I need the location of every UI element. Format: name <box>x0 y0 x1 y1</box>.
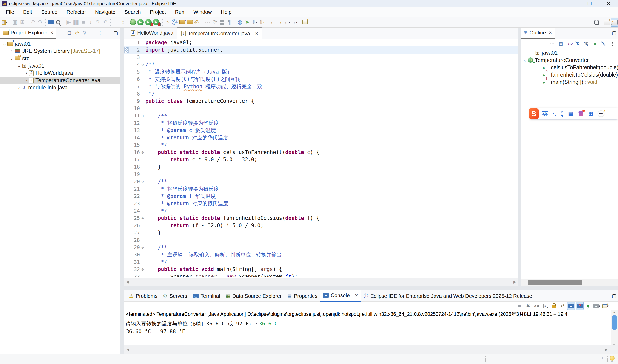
chevron-right-icon[interactable]: › <box>24 71 29 75</box>
import-icon[interactable] <box>179 18 186 27</box>
dropdown-arrow-icon[interactable]: ▾ <box>168 20 170 24</box>
minimize-icon[interactable]: ─ <box>603 28 610 38</box>
save-all-icon[interactable]: ⊞ <box>19 18 26 27</box>
fold-collapse-icon[interactable]: ⊖ <box>140 62 145 67</box>
code-line-12[interactable]: 12 * 将摄氏度转换为华氏度 <box>124 119 518 127</box>
outline-tab[interactable]: ⊞ Outline × <box>521 27 555 39</box>
code-line-22[interactable]: 22 * @param f 华氏温度 <box>124 193 518 200</box>
notifications-icon[interactable] <box>610 356 615 361</box>
collapse-all-icon[interactable]: ⊟ <box>65 28 73 38</box>
tree-item-src[interactable]: ⌄src <box>0 55 120 62</box>
debug-icon[interactable]: ▾ <box>130 18 137 27</box>
collaboration-icon[interactable]: ⋯ <box>548 39 556 48</box>
collapse-all-icon[interactable]: ⊟ <box>556 39 565 48</box>
code-line-25[interactable]: 25⊖ public static double fahrenheitToCel… <box>124 214 518 222</box>
menu-help[interactable]: Help <box>216 7 236 17</box>
scroll-up-icon[interactable]: ▲ <box>613 310 616 314</box>
tree-item-jre-system-library[interactable]: ›JRE System Library[JavaSE-17] <box>0 47 120 55</box>
ime-language-icon[interactable]: 英 <box>542 110 548 117</box>
tab-terminal[interactable]: ›_Terminal <box>190 290 223 302</box>
code-line-9[interactable]: 9public class TemperatureConverter { <box>124 97 518 105</box>
tree-item-helloworld-java[interactable]: ›JHelloWorld.java <box>0 69 120 77</box>
outline-item-fahrenheittocelsius-double-[interactable]: ●SfahrenheitToCelsius(double) <box>521 71 618 78</box>
code-line-4[interactable]: 4⊖/** <box>124 61 518 68</box>
launch-history-icon[interactable]: ↕ <box>119 18 127 27</box>
open-browser-icon[interactable]: ◍ <box>236 18 244 27</box>
editor-tab-helloworld-java[interactable]: JHelloWorld.java <box>127 27 177 39</box>
code-line-20[interactable]: 20⊖ /** <box>124 178 518 185</box>
code-line-3[interactable]: 3 <box>124 53 518 61</box>
chevron-right-icon[interactable]: › <box>24 78 29 83</box>
tab-info[interactable]: ⓘEclipse IDE for Enterprise Java and Web… <box>361 290 535 302</box>
link-with-editor-icon[interactable] <box>301 18 309 27</box>
fold-collapse-icon[interactable]: ⊖ <box>140 113 145 118</box>
menu-source[interactable]: Source <box>37 7 62 17</box>
code-editor[interactable]: 1package java01;2import java.util.Scanne… <box>124 39 518 277</box>
code-line-33[interactable]: 33 Scanner scanner = new Scanner(System.… <box>124 273 518 277</box>
new-web-artifact-icon[interactable]: ◔▾ <box>164 18 171 27</box>
chevron-right-icon[interactable]: › <box>16 85 22 90</box>
code-line-32[interactable]: 32⊖ public static void main(String[] arg… <box>124 266 518 273</box>
scroll-left-icon[interactable]: ◀ <box>127 347 129 352</box>
dropdown-arrow-icon[interactable]: ▾ <box>198 20 200 24</box>
hide-fields-icon[interactable]: F <box>574 39 582 48</box>
tab-problems[interactable]: ⚠Problems <box>127 290 160 302</box>
minimize-icon[interactable]: ─ <box>104 28 112 38</box>
console-horizontal-scrollbar[interactable]: ◀ ▶ <box>124 345 618 354</box>
step-over-icon[interactable]: ↷ <box>94 18 102 27</box>
code-line-31[interactable]: 31 */ <box>124 258 518 266</box>
fold-collapse-icon[interactable]: ⊖ <box>140 150 145 155</box>
fold-collapse-icon[interactable]: ⊖ <box>140 216 145 221</box>
web-service-icon[interactable]: Ⓢ▾ <box>171 18 179 27</box>
window-restore-button[interactable]: ❐ <box>580 0 599 7</box>
ime-keyboard-icon[interactable]: ▤ <box>568 110 573 117</box>
show-stderr-icon[interactable] <box>576 302 584 310</box>
step-return-icon[interactable]: ↶ <box>102 18 109 27</box>
chevron-right-icon[interactable]: › <box>9 49 15 53</box>
open-console-icon[interactable]: ▾ <box>602 302 609 310</box>
tab-servers[interactable]: ⚙Servers <box>160 290 190 302</box>
code-line-24[interactable]: 24 */ <box>124 207 518 214</box>
code-line-23[interactable]: 23 * @return 对应的摄氏温度 <box>124 200 518 207</box>
menu-navigate[interactable]: Navigate <box>90 7 120 17</box>
dropdown-arrow-icon[interactable]: ▾ <box>289 20 290 24</box>
tab-console[interactable]: ≡Console× <box>320 290 361 302</box>
collaboration-icon[interactable]: ⋯ <box>204 18 211 27</box>
scroll-right-icon[interactable]: ▶ <box>605 347 608 352</box>
console-vertical-scrollbar[interactable]: ▲ ▼ <box>611 310 618 347</box>
close-icon[interactable]: × <box>50 30 53 36</box>
window-minimize-button[interactable]: — <box>561 0 580 7</box>
close-icon[interactable]: × <box>549 30 552 36</box>
menu-file[interactable]: File <box>1 7 19 17</box>
collaboration-icon[interactable]: ⋯ <box>89 28 96 38</box>
launch-configurations-icon[interactable]: ≡ <box>112 18 119 27</box>
editor-tab-temperatureconverter-java[interactable]: JTemperatureConverter.java× <box>177 27 262 39</box>
ime-microphone-icon[interactable] <box>561 111 563 116</box>
ime-toolbox-icon[interactable]: ⊞ <box>588 110 593 117</box>
window-close-button[interactable]: ✕ <box>599 0 618 7</box>
previous-annotation-icon[interactable]: ⇧▾ <box>258 18 266 27</box>
forward-history-icon[interactable]: →▾ <box>291 18 298 27</box>
sogou-logo-icon[interactable]: S <box>528 108 539 119</box>
code-line-10[interactable]: 10 <box>124 105 518 112</box>
suspend-icon[interactable]: ▮▮ <box>72 18 80 27</box>
dropdown-arrow-icon[interactable]: ▾ <box>135 20 137 24</box>
redo-icon[interactable]: ↷ <box>37 18 44 27</box>
sort-icon[interactable]: ↓az <box>565 39 574 48</box>
clear-console-icon[interactable] <box>541 302 549 310</box>
terminate-icon[interactable]: ■ <box>80 18 87 27</box>
tree-item-module-info-java[interactable]: ›Jmodule-info.java <box>0 84 120 91</box>
dropdown-arrow-icon[interactable]: ▾ <box>177 20 178 24</box>
dropdown-arrow-icon[interactable]: ▾ <box>256 20 257 24</box>
maximize-icon[interactable]: ▢ <box>610 291 618 301</box>
profile-icon[interactable]: ▶▾ <box>153 18 161 27</box>
code-line-17[interactable]: 17 return c * 9.0 / 5.0 + 32.0; <box>124 156 518 163</box>
view-menu-icon[interactable]: ⋮ <box>96 28 104 38</box>
coverage-icon[interactable]: ▶▾ <box>145 18 153 27</box>
run-icon[interactable]: ▶▾ <box>137 18 145 27</box>
search-dialog-icon[interactable] <box>54 18 62 27</box>
menu-edit[interactable]: Edit <box>19 7 37 17</box>
project-explorer-tab[interactable]: Project Explorer × <box>0 27 56 39</box>
javaee-perspective-icon[interactable] <box>611 18 618 27</box>
remove-launch-icon[interactable]: ✖ <box>524 302 532 310</box>
